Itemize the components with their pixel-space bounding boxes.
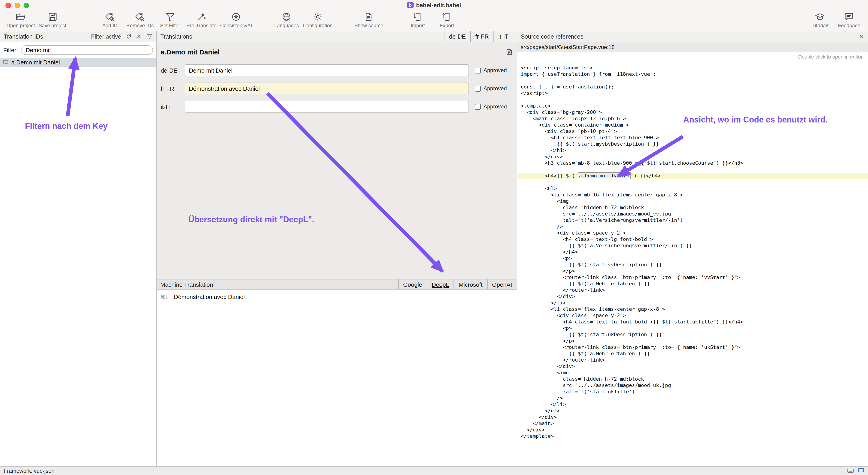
filter-row: Filter: [0,42,156,58]
code-line: src="../../assets/images/mood_uk.jpg" [521,382,868,389]
approved-control-fr: Approved [475,85,507,92]
magic-wand-icon [196,11,207,22]
refresh-filter-icon[interactable] [125,33,132,40]
code-line: <router-link class="btn-primary" :to="{ … [521,274,868,281]
approved-label: Approved [484,67,507,73]
approved-label: Approved [484,85,507,92]
code-area[interactable]: <script setup lang="ts">import { useTran… [517,61,868,466]
framework-label: Framework: vue-json [4,468,55,474]
code-line: </h4> [521,249,868,256]
babeledit-window: b babel-edit.babel Open project Save pro… [0,0,868,475]
translation-input-fr[interactable] [185,82,469,94]
set-filter-button[interactable]: Set Filter [155,10,185,29]
import-button[interactable]: Import [403,10,432,29]
code-line: <div class="bg-gray-200"> [521,109,868,116]
machine-translation-header: Machine Translation Google DeepL Microso… [157,279,517,290]
folder-open-icon [16,11,26,22]
filter-funnel-icon[interactable] [146,33,153,40]
code-line [521,167,868,173]
mt-provider-openai[interactable]: OpenAI [487,279,517,290]
code-line: </div> [521,427,868,433]
translation-input-it[interactable] [185,101,469,112]
open-project-button[interactable]: Open project [4,10,37,29]
language-toggle-fr[interactable]: fr-FR [470,31,493,42]
highlighted-translation-key[interactable]: a.Demo mit Daniel [578,172,631,179]
code-line: <li class="mb-16 flex items-center gap-x… [521,192,868,198]
close-icon[interactable]: ✕ [858,33,864,40]
tutorials-button[interactable]: Tutorials [805,10,834,29]
languages-button[interactable]: Languages [272,10,301,29]
code-line: </p> [521,268,868,274]
code-line: <p> [521,325,868,332]
translation-id-item[interactable]: a.Demo mit Daniel [0,58,156,67]
code-line: {{ $t("a.Mehr erfahren") }} [521,351,868,357]
show-source-button[interactable]: Show source [352,10,385,29]
consistency-ai-button[interactable]: ConsistencyAI [218,10,254,29]
toolbar-label: Set Filter [160,23,180,28]
filter-label: Filter: [3,47,18,54]
feedback-icon [844,11,854,22]
mt-provider-deepl[interactable]: DeepL [427,279,454,290]
mt-provider-google[interactable]: Google [398,279,427,290]
save-icon [48,11,57,22]
minimize-window-button[interactable] [14,3,20,8]
filter-input[interactable] [21,45,153,55]
display-icon[interactable] [858,467,864,474]
entry-title: a.Demo mit Daniel [161,48,220,56]
code-line: <li class="flex items-center gap-x-8"> [521,306,868,313]
code-line: {{ $t("a.Versicherungsvermittler/-in") }… [521,243,868,249]
mt-provider-microsoft[interactable]: Microsoft [454,279,487,290]
translation-input-de[interactable] [185,64,469,76]
code-line: {{ $t("start.ukDescription") }} [521,332,868,338]
code-line: </router-link> [521,287,868,294]
language-toggle-de[interactable]: de-DE [444,31,470,42]
code-line: :alt="t('start.ukTitle')" [521,389,868,395]
code-line: </li> [521,300,868,306]
add-id-button[interactable]: Add ID [95,10,124,29]
window-title-text: babel-edit.babel [416,2,461,8]
save-project-button[interactable]: Save project [37,10,68,29]
machine-translation-title: Machine Translation [160,281,213,288]
toolbar-label: Remove IDs [126,23,154,28]
source-references-header: Source code references ✕ [517,31,868,42]
source-references-panel: Source code references ✕ src/pages/start… [517,31,868,466]
toolbar-label: Configuration [303,23,333,28]
source-reference-path[interactable]: src/pages/start/GuestStartPage.vue:18 [517,42,868,52]
code-line [521,97,868,103]
clear-filter-icon[interactable]: ✕ [136,33,142,40]
code-line: :alt="t('a.Versicherungsvermittler/-in')… [521,217,868,224]
code-line: </p> [521,338,868,344]
language-toggle-it[interactable]: it-IT [493,31,513,42]
code-line: </h1> [521,147,868,154]
feedback-button[interactable]: Feedback [834,10,864,29]
approved-checkbox-fr[interactable] [475,86,481,92]
mt-suggestion-row[interactable]: ⌘1 Démonstration avec Daniel [160,294,513,300]
remove-ids-button[interactable]: Remove IDs [124,10,155,29]
approved-checkbox-it[interactable] [475,104,481,109]
lang-label-fr: fr-FR [161,85,185,92]
translation-id-label: a.Demo mit Daniel [11,59,60,66]
toolbar-label: Feedback [838,23,860,28]
zoom-window-button[interactable] [24,3,29,8]
keyboard-icon[interactable] [847,467,854,474]
code-line: </li> [521,402,868,408]
code-line: /> [521,224,868,230]
tag-minus-icon [135,11,145,22]
code-line: class="hidden h-72 md:block" [521,376,868,382]
toolbar-label: Save project [39,23,66,28]
configuration-button[interactable]: Configuration [301,10,334,29]
note-icon[interactable] [506,48,513,55]
toolbar-label: ConsistencyAI [220,23,252,28]
code-line: </ul> [521,408,868,414]
close-window-button[interactable] [5,3,11,8]
code-line: class="hidden h-72 md:block" [521,205,868,211]
export-button[interactable]: Export [432,10,462,29]
toolbar-label: Tutorials [810,23,829,28]
code-line: {{ $t("a.Mehr erfahren") }} [521,281,868,287]
approved-checkbox-de[interactable] [475,67,481,73]
code-line: <ul> [521,185,868,192]
pre-translate-button[interactable]: Pre-Translate [185,10,218,29]
tutorials-icon [815,11,825,22]
code-line: const { t } = useTranslation(); [521,84,868,90]
toolbar-label: Pre-Translate [186,23,216,28]
